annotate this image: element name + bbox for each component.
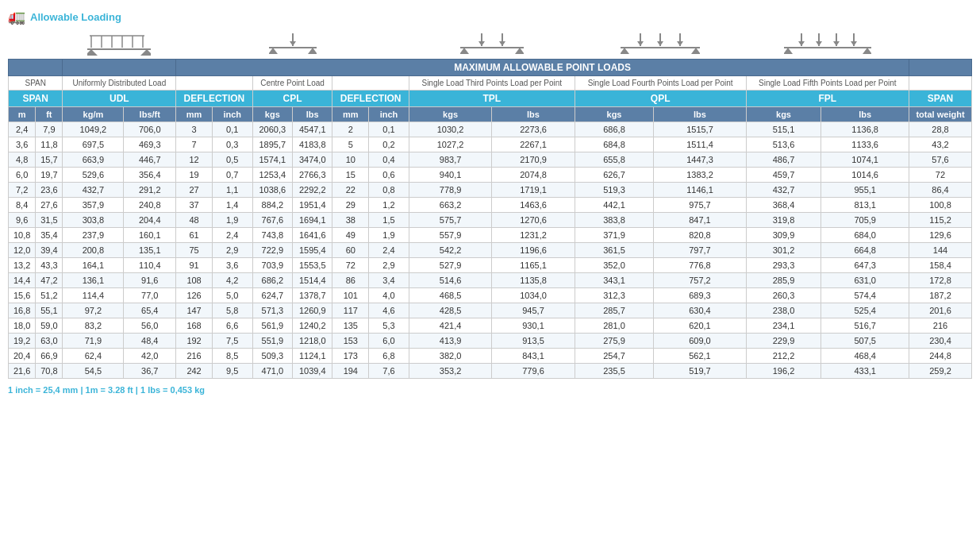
table-cell: 2,9 xyxy=(369,258,409,273)
table-cell: 655,8 xyxy=(575,152,654,168)
table-cell: 108 xyxy=(176,273,213,288)
table-cell: 2060,3 xyxy=(252,122,292,137)
table-cell: 527,9 xyxy=(409,258,491,273)
table-cell: 173 xyxy=(332,349,369,364)
max-allowable-label: MAXIMUM ALLOWABLE POINT LOADS xyxy=(176,60,909,76)
table-cell: 7 xyxy=(176,137,213,152)
table-cell: 1030,2 xyxy=(409,122,491,137)
table-row: 19,263,071,948,41927,5551,91218,01536,04… xyxy=(9,334,972,349)
sub-qpl-lbs: lbs xyxy=(654,107,746,122)
fpl-diagram xyxy=(746,30,909,60)
table-cell: 2170,9 xyxy=(492,152,575,168)
table-cell: 35,4 xyxy=(36,228,63,243)
cpl-cat-label: Centre Point Load xyxy=(252,76,332,91)
sub-lbsft: lbs/ft xyxy=(124,107,176,122)
table-cell: 382,0 xyxy=(409,349,491,364)
table-cell: 6,0 xyxy=(369,334,409,349)
table-cell: 356,4 xyxy=(124,168,176,183)
table-cell: 196,2 xyxy=(746,364,821,379)
table-cell: 664,8 xyxy=(821,243,909,258)
table-cell: 22 xyxy=(332,183,369,198)
table-cell: 91 xyxy=(176,258,213,273)
table-cell: 1049,2 xyxy=(63,122,124,137)
table-row: 20,466,962,442,02168,5509,31124,11736,83… xyxy=(9,349,972,364)
table-cell: 757,2 xyxy=(654,273,746,288)
table-cell: 97,2 xyxy=(63,303,124,318)
svg-marker-16 xyxy=(478,41,485,46)
table-cell: 229,9 xyxy=(746,334,821,349)
table-cell: 66,9 xyxy=(36,349,63,364)
table-cell: 19,7 xyxy=(36,168,63,183)
table-cell: 574,4 xyxy=(821,288,909,303)
table-cell: 1136,8 xyxy=(821,122,909,137)
table-row: 2,47,91049,2706,030,12060,34547,120,1103… xyxy=(9,122,972,137)
table-cell: 27 xyxy=(176,183,213,198)
table-cell: 609,0 xyxy=(654,334,746,349)
table-cell: 513,6 xyxy=(746,137,821,152)
table-cell: 42,0 xyxy=(124,349,176,364)
table-cell: 663,2 xyxy=(409,198,491,213)
svg-marker-13 xyxy=(269,48,278,54)
table-cell: 275,9 xyxy=(575,334,654,349)
udl-cat-label: Uniformly Distributed Load xyxy=(63,76,176,91)
table-cell: 1,2 xyxy=(369,198,409,213)
table-row: 21,670,854,536,72429,5471,01039,41947,63… xyxy=(9,364,972,379)
table-cell: 20,4 xyxy=(9,349,36,364)
table-cell: 1231,2 xyxy=(492,228,575,243)
table-cell: 147 xyxy=(176,303,213,318)
table-cell: 75 xyxy=(176,243,213,258)
table-cell: 551,9 xyxy=(252,334,292,349)
table-cell: 54,5 xyxy=(63,364,124,379)
tpl-diagram xyxy=(409,30,575,60)
table-cell: 3,4 xyxy=(369,273,409,288)
table-cell: 1135,8 xyxy=(492,273,575,288)
table-cell: 6,6 xyxy=(212,318,252,334)
table-cell: 562,1 xyxy=(654,349,746,364)
cpl-diagram xyxy=(252,30,332,60)
table-cell: 65,4 xyxy=(124,303,176,318)
table-cell: 1,1 xyxy=(212,183,252,198)
table-cell: 285,7 xyxy=(575,303,654,318)
table-cell: 11,8 xyxy=(36,137,63,152)
span-header-empty xyxy=(9,30,63,60)
table-cell: 442,1 xyxy=(575,198,654,213)
svg-marker-30 xyxy=(691,48,700,54)
table-cell: 72 xyxy=(332,258,369,273)
table-cell: 663,9 xyxy=(63,152,124,168)
table-cell: 626,7 xyxy=(575,168,654,183)
table-cell: 1595,4 xyxy=(293,243,332,258)
table-cell: 216 xyxy=(909,318,971,334)
table-cell: 259,2 xyxy=(909,364,971,379)
qpl-cat-label: Single Load Fourth Points Load per Point xyxy=(575,76,746,91)
table-cell: 0,4 xyxy=(369,152,409,168)
table-cell: 1165,1 xyxy=(492,258,575,273)
table-cell: 31,5 xyxy=(36,213,63,228)
table-cell: 7,6 xyxy=(369,364,409,379)
qpl-col-header: QPL xyxy=(575,91,746,107)
table-cell: 368,4 xyxy=(746,198,821,213)
table-cell: 47,2 xyxy=(36,273,63,288)
svg-marker-18 xyxy=(499,41,505,46)
svg-marker-27 xyxy=(677,41,683,46)
table-cell: 1270,6 xyxy=(492,213,575,228)
svg-marker-11 xyxy=(290,41,296,46)
table-cell: 244,8 xyxy=(909,349,971,364)
table-cell: 60 xyxy=(332,243,369,258)
sub-qpl-kgs: kgs xyxy=(575,107,654,122)
table-cell: 160,1 xyxy=(124,228,176,243)
table-cell: 1694,1 xyxy=(293,213,332,228)
table-cell: 2292,2 xyxy=(293,183,332,198)
table-cell: 722,9 xyxy=(252,243,292,258)
table-cell: 432,7 xyxy=(746,183,821,198)
table-cell: 383,8 xyxy=(575,213,654,228)
table-cell: 776,8 xyxy=(654,258,746,273)
table-cell: 2,4 xyxy=(212,228,252,243)
table-cell: 18,0 xyxy=(9,318,36,334)
table-cell: 291,2 xyxy=(124,183,176,198)
table-row: 14,447,2136,191,61084,2686,21514,4863,45… xyxy=(9,273,972,288)
table-cell: 2,9 xyxy=(212,243,252,258)
table-cell: 91,6 xyxy=(124,273,176,288)
tpl-col-header: TPL xyxy=(409,91,575,107)
cpl-col-header: CPL xyxy=(252,91,332,107)
table-cell: 240,8 xyxy=(124,198,176,213)
